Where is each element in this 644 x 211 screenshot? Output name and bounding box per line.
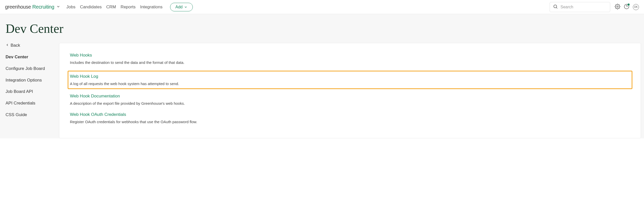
link-web-hook-log[interactable]: Web Hook Log — [70, 74, 98, 79]
search-input[interactable] — [560, 5, 607, 9]
logo-recruiting: Recruiting — [32, 4, 54, 10]
desc-web-hook-log: A log of all requests the web hook syste… — [70, 82, 630, 86]
chevron-left-icon — [6, 43, 9, 48]
settings-button[interactable] — [615, 4, 620, 10]
avatar: DK — [633, 4, 639, 10]
help-button[interactable] — [624, 4, 629, 10]
search-box[interactable] — [550, 2, 610, 12]
section-web-hook-log-highlight: Web Hook Log A log of all requests the w… — [68, 71, 632, 89]
sidebar-item-api-credentials[interactable]: API Credentials — [6, 100, 56, 106]
back-label: Back — [11, 43, 20, 48]
chevron-down-icon[interactable] — [56, 5, 60, 10]
link-web-hooks[interactable]: Web Hooks — [70, 53, 92, 58]
content-row: Back Dev Center Configure Job Board Inte… — [0, 43, 644, 138]
user-menu[interactable]: DK — [633, 4, 639, 10]
sidebar-item-job-board-api[interactable]: Job Board API — [6, 89, 56, 95]
top-navigation: greenhouse Recruiting Jobs Candidates CR… — [0, 0, 644, 14]
header-icons: DK — [615, 4, 639, 10]
page-title: Dev Center — [0, 14, 644, 43]
logo-greenhouse: greenhouse — [5, 4, 31, 10]
link-web-hook-oauth[interactable]: Web Hook OAuth Credentials — [70, 112, 126, 117]
main-content: Web Hooks Includes the destination to se… — [59, 43, 641, 138]
svg-line-1 — [556, 7, 557, 8]
section-web-hook-oauth: Web Hook OAuth Credentials Register OAut… — [70, 112, 630, 124]
link-web-hook-documentation[interactable]: Web Hook Documentation — [70, 94, 120, 99]
sidebar-item-integration-options[interactable]: Integration Options — [6, 77, 56, 83]
logo[interactable]: greenhouse Recruiting — [5, 4, 60, 10]
desc-web-hook-documentation: A description of the export file provide… — [70, 101, 630, 106]
gear-icon — [615, 4, 620, 10]
nav-crm[interactable]: CRM — [106, 5, 116, 10]
svg-point-2 — [617, 6, 618, 7]
chevron-down-icon — [184, 5, 187, 9]
section-web-hooks: Web Hooks Includes the destination to se… — [70, 53, 630, 65]
add-button[interactable]: Add — [170, 3, 193, 11]
svg-point-0 — [554, 5, 557, 8]
sidebar-item-configure-job-board[interactable]: Configure Job Board — [6, 66, 56, 72]
sidebar-item-dev-center[interactable]: Dev Center — [6, 54, 56, 60]
section-web-hook-documentation: Web Hook Documentation A description of … — [70, 94, 630, 106]
nav-integrations[interactable]: Integrations — [140, 5, 163, 10]
sidebar: Back Dev Center Configure Job Board Inte… — [6, 43, 56, 138]
nav-reports[interactable]: Reports — [121, 5, 136, 10]
desc-web-hook-oauth: Register OAuth credentials for webhooks … — [70, 120, 630, 124]
add-button-label: Add — [175, 5, 182, 9]
nav-links: Jobs Candidates CRM Reports Integrations… — [66, 3, 193, 11]
search-icon — [553, 4, 558, 10]
nav-candidates[interactable]: Candidates — [80, 5, 102, 10]
sidebar-item-css-guide[interactable]: CSS Guide — [6, 112, 56, 118]
nav-jobs[interactable]: Jobs — [66, 5, 75, 10]
back-link[interactable]: Back — [6, 43, 56, 48]
desc-web-hooks: Includes the destination to send the dat… — [70, 60, 630, 65]
page-body: Dev Center Back Dev Center Configure Job… — [0, 14, 644, 138]
notification-dot-icon — [628, 4, 630, 6]
